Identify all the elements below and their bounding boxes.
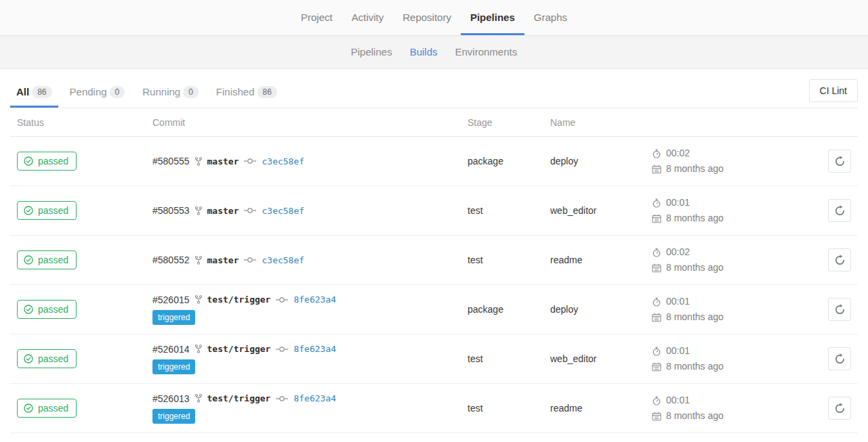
stage-value: test (468, 353, 483, 364)
build-name-link[interactable]: deploy (550, 156, 578, 167)
stage-value: test (468, 205, 483, 216)
tab-pending-label: Pending (70, 86, 107, 97)
triggered-label: triggered (152, 409, 195, 424)
tab-all-label: All (16, 86, 29, 97)
commit-sha-link[interactable]: c3ec58ef (262, 255, 304, 265)
branch-link[interactable]: test/trigger (207, 393, 271, 403)
commit-sha-link[interactable]: 8fe623a4 (293, 344, 336, 354)
build-status-badge[interactable]: passed (17, 201, 77, 220)
retry-build-button[interactable] (828, 397, 851, 420)
tab-finished[interactable]: Finished86 (210, 76, 283, 108)
commit-sha-link[interactable]: c3ec58ef (262, 206, 304, 216)
calendar-icon (652, 263, 661, 273)
branch-link[interactable]: master (207, 156, 239, 167)
retry-icon (834, 156, 846, 167)
build-id-link[interactable]: #526015 (152, 294, 190, 305)
tab-running[interactable]: Running0 (136, 76, 205, 108)
top-nav-repository[interactable]: Repository (393, 0, 461, 35)
top-nav-pipelines[interactable]: Pipelines (461, 0, 524, 35)
build-id-link[interactable]: #580553 (152, 205, 190, 216)
top-nav-graphs[interactable]: Graphs (524, 0, 577, 35)
commit-icon (244, 257, 256, 263)
build-row: passed #580555 master c3ec58ef package d… (10, 137, 858, 186)
table-header-row: Status Commit Stage Name (10, 108, 858, 137)
tab-all[interactable]: All86 (10, 76, 58, 108)
build-duration: 00:02 (666, 244, 690, 260)
retry-icon (834, 205, 846, 217)
check-circle-icon (24, 305, 33, 314)
stage-value: test (468, 255, 483, 265)
calendar-icon (652, 214, 661, 223)
build-duration: 00:01 (666, 294, 690, 309)
build-name-link[interactable]: web_editor (550, 353, 597, 364)
sub-navigation: Pipelines Builds Environments (0, 36, 868, 69)
tab-pending-count: 0 (110, 86, 125, 98)
header-stage: Stage (461, 108, 543, 136)
build-status-label: passed (38, 156, 68, 167)
top-nav-project[interactable]: Project (291, 0, 342, 35)
retry-build-button[interactable] (828, 199, 851, 222)
builds-filter-tabs: All86 Pending0 Running0 Finished86 (10, 76, 289, 108)
retry-build-button[interactable] (828, 248, 851, 271)
ci-lint-button[interactable]: CI Lint (809, 79, 858, 102)
branch-icon (195, 295, 202, 304)
triggered-label: triggered (152, 310, 195, 325)
header-commit: Commit (146, 108, 461, 136)
build-name-link[interactable]: web_editor (550, 205, 597, 216)
commit-sha-link[interactable]: 8fe623a4 (293, 393, 336, 403)
build-row: passed #526014 test/trigger 8fe623a4 tri… (10, 334, 858, 384)
build-status-badge[interactable]: passed (17, 152, 77, 171)
check-circle-icon (24, 255, 33, 265)
build-id-link[interactable]: #580555 (152, 156, 190, 167)
build-row: passed #580553 master c3ec58ef test web_… (10, 186, 858, 236)
build-name-link[interactable]: readme (550, 403, 582, 414)
sub-nav-pipelines[interactable]: Pipelines (342, 36, 401, 68)
sub-nav-environments[interactable]: Environments (447, 36, 526, 68)
commit-icon (276, 395, 288, 402)
build-row: passed #526013 test/trigger 8fe623a4 tri… (10, 384, 858, 433)
build-age: 8 months ago (666, 309, 724, 325)
build-status-badge[interactable]: passed (17, 250, 77, 269)
retry-icon (834, 353, 846, 365)
stage-value: package (468, 156, 503, 167)
retry-build-button[interactable] (828, 298, 851, 321)
stopwatch-icon (652, 396, 661, 405)
builds-table: Status Commit Stage Name passed #580555 … (10, 108, 858, 433)
tab-pending[interactable]: Pending0 (64, 76, 131, 108)
build-name-link[interactable]: readme (550, 255, 582, 265)
build-status-label: passed (38, 205, 68, 216)
build-status-badge[interactable]: passed (17, 399, 77, 418)
branch-link[interactable]: master (207, 206, 239, 216)
branch-link[interactable]: master (207, 255, 239, 265)
build-duration: 00:02 (666, 146, 690, 161)
branch-icon (195, 394, 202, 403)
commit-sha-link[interactable]: c3ec58ef (262, 156, 304, 167)
commit-icon (276, 346, 288, 353)
build-id-link[interactable]: #526013 (152, 393, 190, 404)
branch-icon (195, 345, 202, 353)
branch-link[interactable]: test/trigger (207, 344, 271, 354)
retry-build-button[interactable] (828, 347, 851, 370)
build-status-badge[interactable]: passed (17, 300, 77, 319)
top-nav-activity[interactable]: Activity (342, 0, 394, 35)
build-id-link[interactable]: #580552 (152, 255, 190, 265)
commit-sha-link[interactable]: 8fe623a4 (293, 294, 336, 305)
build-status-badge[interactable]: passed (17, 349, 77, 368)
branch-link[interactable]: test/trigger (207, 294, 271, 305)
build-name-link[interactable]: deploy (550, 304, 578, 315)
retry-icon (834, 403, 846, 414)
tab-all-count: 86 (32, 86, 51, 98)
sub-nav-builds[interactable]: Builds (401, 36, 447, 68)
builds-filter-bar: All86 Pending0 Running0 Finished86 CI Li… (10, 76, 858, 108)
build-status-label: passed (38, 304, 68, 315)
tab-finished-label: Finished (216, 86, 255, 97)
build-id-link[interactable]: #526014 (152, 344, 190, 355)
stopwatch-icon (652, 149, 661, 158)
top-navigation: Project Activity Repository Pipelines Gr… (0, 0, 868, 36)
stopwatch-icon (652, 198, 661, 208)
retry-build-button[interactable] (828, 150, 851, 173)
retry-icon (834, 304, 846, 315)
commit-icon (276, 296, 288, 303)
build-age: 8 months ago (666, 359, 724, 374)
calendar-icon (652, 412, 661, 421)
